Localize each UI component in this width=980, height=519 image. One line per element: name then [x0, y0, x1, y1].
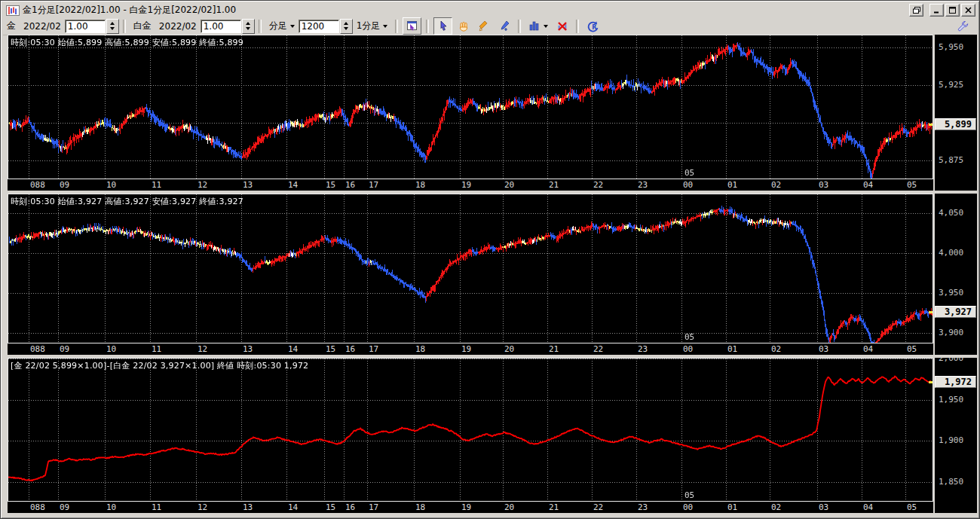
interval-dropdown[interactable]: 1分足	[357, 20, 388, 32]
gold-info-line: 時刻:05:30 始値:5,899 高値:5,899 安値:5,899 終値:5…	[11, 37, 243, 48]
toolbar-separator	[518, 20, 521, 33]
x-axis-label: 19	[461, 502, 471, 512]
x-axis-label: 21	[549, 502, 559, 512]
x-axis-label: 05	[907, 344, 917, 354]
x-axis-label: 23	[638, 180, 648, 190]
x-axis-label: 22	[593, 344, 603, 354]
settings-wrench-icon	[957, 20, 969, 32]
gold-last-price-badge: 5,899	[935, 118, 976, 130]
cascade-icon	[913, 7, 920, 14]
cascade-button[interactable]	[909, 4, 923, 17]
y-axis-label: 5,925	[939, 81, 963, 90]
chart-window-select-icon	[406, 20, 418, 32]
settings-wrench-button[interactable]	[954, 17, 972, 35]
chart-type-dropdown-button[interactable]	[525, 17, 551, 35]
x-axis-label: 01	[727, 344, 737, 354]
cursor-icon	[438, 20, 449, 32]
x-axis-label: 12	[198, 344, 207, 354]
minimize-button[interactable]	[929, 4, 944, 17]
hand-pan-icon	[458, 20, 470, 32]
x-axis-label: 04	[863, 180, 873, 190]
platinum-info-line: 時刻:05:30 始値:3,927 高値:3,927 安値:3,927 終値:3…	[11, 196, 243, 207]
x-axis-label: 16	[345, 180, 355, 190]
maximize-icon	[949, 7, 956, 14]
x-axis-label: 09	[60, 502, 69, 512]
minimize-icon	[933, 7, 940, 14]
x-axis-label: 13	[243, 502, 253, 512]
x-axis-label: 01	[727, 502, 737, 512]
platinum-x-axis: 0880910111213141516171819202122230001020…	[8, 343, 933, 355]
platinum-multiplier-spinner[interactable]	[242, 19, 255, 34]
pen-annotate-button[interactable]	[495, 17, 513, 35]
x-axis-label: 20	[504, 344, 514, 354]
x-axis-label: 11	[152, 344, 161, 354]
gold-y-axis: 5,899 5,9505,9255,9005,875	[935, 35, 977, 191]
last-price-marker	[929, 311, 933, 313]
last-price-marker	[929, 124, 933, 126]
platinum-last-price-badge: 3,927	[935, 306, 976, 318]
gold-plot[interactable]: 時刻:05:30 始値:5,899 高値:5,899 安値:5,899 終値:5…	[8, 35, 933, 179]
x-axis-label: 03	[819, 180, 828, 190]
x-axis-label: 11	[152, 502, 161, 512]
toolbar-separator	[395, 20, 398, 33]
chart-type-icon	[528, 20, 541, 32]
x-axis-label: 16	[345, 344, 355, 354]
hand-pan-button[interactable]	[454, 17, 473, 35]
chart-window-select-button[interactable]	[403, 17, 421, 35]
spread-x-axis: 0880910111213141516171819202122230001020…	[8, 502, 933, 513]
x-axis-label: 15	[326, 344, 335, 354]
gold-x-axis: 0880910111213141516171819202122230001020…	[8, 179, 933, 191]
x-axis-label: 17	[369, 180, 378, 190]
svg-text:R: R	[593, 23, 597, 30]
clear-drawings-button[interactable]	[553, 17, 571, 35]
x-axis-label: 02	[771, 502, 781, 512]
date-label: 05	[684, 168, 694, 178]
x-axis-label: 10	[106, 344, 116, 354]
x-axis-label: 17	[369, 502, 378, 512]
platinum-label: 白金	[133, 20, 152, 32]
platinum-plot[interactable]: 時刻:05:30 始値:3,927 高値:3,927 安値:3,927 終値:3…	[8, 194, 933, 343]
platinum-multiplier-input[interactable]: 1.00	[201, 20, 241, 33]
y-axis-label: 4,000	[939, 249, 963, 258]
x-axis-label: 09	[60, 180, 69, 190]
last-price-marker	[929, 381, 933, 383]
spread-canvas	[8, 359, 933, 501]
x-axis-label: 18	[415, 344, 425, 354]
platinum-chart-panel: 時刻:05:30 始値:3,927 高値:3,927 安値:3,927 終値:3…	[6, 194, 977, 355]
x-axis-label: 10	[106, 180, 116, 190]
x-axis-label: 20	[504, 180, 514, 190]
platinum-canvas	[8, 194, 933, 343]
toolbar-separator	[259, 20, 262, 33]
gold-multiplier-spinner[interactable]	[106, 19, 119, 34]
bar-count-spinner[interactable]	[340, 19, 353, 34]
y-axis-label: 2,000	[939, 358, 963, 363]
gold-multiplier-input[interactable]: 1.00	[65, 20, 106, 33]
clear-drawings-icon	[556, 20, 568, 32]
y-axis-label: 5,875	[939, 156, 963, 165]
reload-button[interactable]: R	[583, 17, 602, 35]
x-axis-label: 21	[549, 344, 559, 354]
bar-type-dropdown[interactable]: 分足	[269, 20, 295, 32]
x-axis-label: 14	[288, 502, 298, 512]
spread-last-price-badge: 1,972	[935, 376, 976, 388]
chevron-down-icon	[383, 25, 387, 28]
x-axis-label: 19	[461, 180, 471, 190]
x-axis-label: 13	[243, 180, 253, 190]
x-axis-label: 10	[106, 502, 116, 512]
x-axis-label: 13	[243, 344, 253, 354]
x-axis-label: 01	[727, 180, 737, 190]
spread-chart-panel: [金 22/02 5,899×1.00]-[白金 22/02 3,927×1.0…	[6, 358, 977, 513]
spread-y-axis: 1,972 2,0001,9501,9001,850	[935, 358, 977, 513]
x-axis-label: 02	[771, 180, 781, 190]
pencil-draw-button[interactable]	[474, 17, 493, 35]
x-axis-label: 05	[907, 502, 917, 512]
gold-label: 金	[7, 20, 16, 32]
app-window: 金1分足[2022/02]1.00 - 白金1分足[2022/02]1.00	[0, 0, 980, 519]
x-axis-label: 04	[863, 502, 873, 512]
bar-count-input[interactable]: 1200	[299, 20, 339, 33]
spread-plot[interactable]: [金 22/02 5,899×1.00]-[白金 22/02 3,927×1.0…	[8, 358, 933, 502]
maximize-button[interactable]	[945, 4, 960, 17]
cursor-tool-button[interactable]	[433, 17, 452, 35]
close-button[interactable]	[961, 4, 975, 17]
toolbar-separator	[426, 20, 429, 33]
